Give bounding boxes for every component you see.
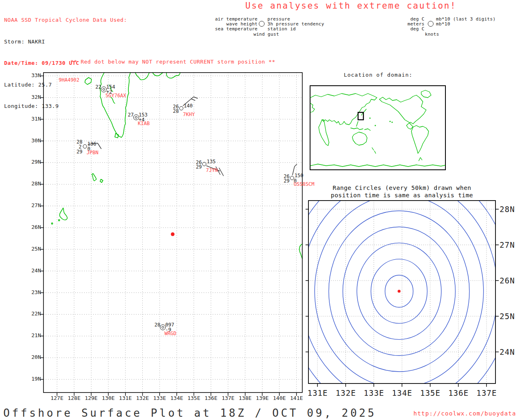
x-tick: 131E [117, 395, 134, 401]
storm-position-warning: ** Red dot below may NOT represent CURRE… [43, 59, 302, 65]
range-plot-x-axis: 131E 132E 133E 134E 135E 136E 137E [304, 388, 501, 397]
y-tick: 30N [24, 130, 41, 152]
y-tick: 22N [24, 303, 41, 325]
x-tick: 129E [82, 395, 100, 401]
source-url-link[interactable]: http://coolwx.com/buoydata [413, 410, 516, 417]
x-tick: 134E [388, 388, 416, 397]
x-tick: 127E [48, 395, 66, 401]
y-tick: 23N [24, 282, 41, 304]
x-tick: 138E [237, 395, 254, 401]
legend-wind-gust: wind gust [253, 32, 279, 37]
x-tick: 135E [185, 395, 203, 401]
station-circle-icon [259, 21, 265, 27]
x-tick: 136E [202, 395, 219, 401]
station-model-legend: air temperature wave height sea temperat… [205, 16, 328, 40]
y-tick: 26N [500, 263, 520, 299]
range-plot-y-axis: 28N 27N 26N 25N 24N [500, 192, 520, 370]
unit-tendency: mb*10 [436, 21, 450, 27]
y-tick: 32N [24, 87, 41, 108]
x-tick: 141E [288, 395, 305, 401]
storm-info-source: NOAA SSD Tropical Cyclone Data Used: [4, 16, 127, 24]
storm-position-dot [171, 233, 175, 236]
legend-sea-temperature: sea temperature [215, 26, 258, 32]
y-tick: 27N [500, 227, 520, 263]
range-plot-title: Range Circles (every 50km) drawn when po… [307, 184, 497, 199]
station-circle-icon [83, 144, 87, 148]
caution-headline: Use analyses with extreme caution! [245, 1, 475, 11]
main-map-y-axis: 33N 32N 31N 30N 29N 28N 27N 26N 25N 24N … [24, 65, 41, 390]
station-circle-icon [179, 106, 183, 110]
y-tick: 24N [500, 334, 520, 370]
x-tick: 128E [66, 395, 83, 401]
units-legend: deg C meters deg C knots mb*10 (last 3 d… [404, 16, 523, 40]
range-circles-plot [305, 198, 501, 388]
x-tick: 136E [444, 388, 472, 397]
station-circle-icon [202, 162, 206, 166]
storm-info-name: Storm: NAKRI [4, 38, 127, 46]
x-tick: 139E [254, 395, 271, 401]
x-tick: 134E [168, 395, 185, 401]
station-circle-icon [428, 21, 434, 27]
x-tick: 130E [100, 395, 117, 401]
y-tick: 21N [24, 325, 41, 347]
unit-gust: knots [425, 32, 439, 37]
y-tick: 33N [24, 65, 41, 87]
y-tick: 27N [24, 195, 41, 217]
y-tick: 31N [24, 108, 41, 130]
x-tick: 133E [151, 395, 168, 401]
unit-sea: deg C [410, 26, 425, 32]
y-tick: 20N [24, 347, 41, 368]
main-map-canvas [39, 68, 306, 400]
range-plot-title-line1: Range Circles (every 50km) drawn when [307, 184, 497, 192]
x-tick: 135E [416, 388, 445, 397]
main-map-x-axis: 127E 128E 129E 130E 131E 132E 133E 134E … [48, 395, 305, 401]
x-tick: 133E [360, 388, 388, 397]
domain-world-map [310, 85, 446, 170]
x-tick: 137E [219, 395, 237, 401]
plot-main-title: Offshore Surface Plot at 18Z / OCT 09, 2… [3, 407, 377, 419]
world-coastlines [310, 90, 445, 167]
y-tick: 25N [500, 299, 520, 334]
x-tick: 132E [134, 395, 151, 401]
x-tick: 131E [304, 388, 332, 397]
buoy-plot-page: NOAA SSD Tropical Cyclone Data Used: Sto… [0, 0, 525, 420]
y-tick: 26N [24, 217, 41, 238]
domain-map-title: Location of domain: [310, 72, 446, 78]
y-tick: 25N [24, 238, 41, 260]
y-tick: 19N [24, 368, 41, 390]
y-tick: 28N [24, 173, 41, 195]
x-tick: 132E [332, 388, 360, 397]
y-tick: 28N [500, 192, 520, 227]
range-circles [305, 198, 501, 388]
x-tick: 140E [271, 395, 288, 401]
y-tick: 29N [24, 151, 41, 173]
range-storm-dot [397, 290, 400, 292]
main-map-ticks [41, 76, 297, 396]
y-tick: 24N [24, 260, 41, 282]
domain-map-border [310, 86, 445, 170]
x-tick: 137E [472, 388, 501, 397]
station-label-9HA4902: 9HA4902 [59, 77, 80, 83]
legend-station-id: station id [267, 26, 296, 32]
